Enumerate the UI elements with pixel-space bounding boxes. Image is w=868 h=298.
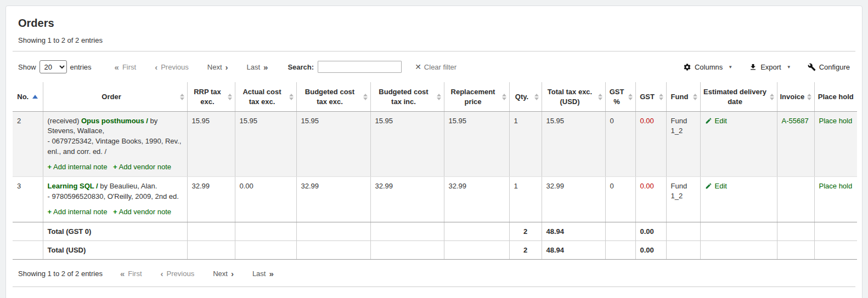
sort-icon — [770, 94, 774, 100]
cell-no: 3 — [13, 177, 43, 222]
add-internal-note-link[interactable]: +Add internal note — [48, 163, 108, 171]
add-internal-note-link[interactable]: +Add internal note — [48, 208, 108, 216]
cell-order: (received) Opus posthumous / by Stevens,… — [43, 112, 187, 177]
next-page-label: Next — [207, 63, 222, 71]
cell-place-hold: Place hold — [814, 177, 857, 222]
col-header-order[interactable]: Order — [43, 82, 187, 112]
page-title: Orders — [18, 17, 855, 30]
cell-place-hold: Place hold — [814, 112, 857, 177]
table-footer: Showing 1 to 2 of 2 entries « First ‹ Pr… — [13, 260, 855, 286]
total-gst-row: Total (GST 0) 2 48.94 0.00 — [13, 222, 857, 240]
plus-icon: + — [113, 208, 117, 216]
cell-gst-pct: 0 — [605, 112, 635, 177]
last-page-button[interactable]: Last » — [252, 270, 274, 278]
first-page-label: First — [122, 63, 136, 71]
order-details: - 9780596520830, O'Reilly, 2009, 2nd ed. — [48, 192, 183, 202]
previous-page-icon: ‹ — [155, 63, 157, 71]
add-vendor-note-link[interactable]: +Add vendor note — [113, 208, 171, 216]
configure-button[interactable]: Configure — [808, 63, 850, 71]
edit-delivery-date-link[interactable]: Edit — [705, 116, 773, 126]
cell-gst: 0.00 — [635, 177, 666, 222]
cell-actual-cost-tax-exc: 15.95 — [235, 112, 296, 177]
order-description: (received) Opus posthumous / by Stevens,… — [48, 116, 183, 136]
col-header-budgeted-cost-tax-inc[interactable]: Budgeted cost tax inc. — [370, 82, 444, 112]
sort-icon — [628, 94, 633, 100]
configure-label: Configure — [819, 63, 850, 71]
previous-page-button[interactable]: ‹ Previous — [155, 63, 189, 71]
first-page-button[interactable]: « First — [115, 63, 137, 71]
entries-select[interactable]: 20 — [40, 60, 67, 73]
clear-filter-icon: ✕ — [415, 63, 421, 71]
plus-icon: + — [48, 163, 52, 171]
search-input[interactable] — [318, 61, 402, 73]
col-header-estimated-delivery-date[interactable]: Estimated delivery date — [700, 82, 777, 112]
clear-filter-label: Clear filter — [424, 63, 456, 71]
col-header-invoice[interactable]: Invoice — [777, 82, 814, 112]
search-control: Search: — [288, 61, 402, 73]
next-page-button[interactable]: Next › — [207, 63, 228, 71]
total-tax-exc-usd: 48.94 — [542, 240, 605, 259]
sort-icon — [534, 94, 539, 100]
cell-budgeted-cost-tax-inc: 32.99 — [370, 177, 444, 222]
col-header-qty[interactable]: Qty. — [509, 82, 542, 112]
sort-icon — [502, 94, 506, 100]
col-header-gst-pct[interactable]: GST % — [605, 82, 635, 112]
plus-icon: + — [48, 208, 52, 216]
col-header-place-hold: Place hold — [814, 82, 857, 112]
total-qty: 2 — [509, 222, 542, 240]
order-row-2: 2 (received) Opus posthumous / by Steven… — [13, 112, 857, 177]
add-vendor-note-link[interactable]: +Add vendor note — [113, 163, 171, 171]
cell-invoice — [777, 177, 814, 222]
clear-filter-button[interactable]: ✕ Clear filter — [415, 63, 456, 71]
total-usd-row: Total (USD) 2 48.94 0.00 — [13, 240, 857, 259]
cell-fund: Fund 1_2 — [666, 177, 700, 222]
total-qty: 2 — [509, 240, 542, 259]
first-page-button[interactable]: « First — [120, 270, 142, 278]
table-toolbar: Columns ▼ Export ▼ Configure — [683, 63, 850, 71]
col-header-total-tax-exc-usd[interactable]: Total tax exc. (USD) — [542, 82, 605, 112]
first-page-icon: « — [120, 270, 125, 278]
header-row: No. Order RRP tax exc. Actual cost tax e… — [13, 82, 857, 112]
cell-gst: 0.00 — [635, 112, 666, 177]
invoice-link[interactable]: A-55687 — [782, 117, 809, 125]
cell-qty: 1 — [509, 177, 542, 222]
previous-page-button[interactable]: ‹ Previous — [161, 270, 195, 278]
col-header-replacement-price[interactable]: Replacement price — [444, 82, 509, 112]
table-controls: Show 20 entries « First ‹ Previous Next … — [13, 51, 855, 82]
place-hold-link[interactable]: Place hold — [819, 182, 853, 190]
col-header-no[interactable]: No. — [13, 82, 43, 112]
cell-replacement-price: 15.95 — [444, 112, 509, 177]
cell-budgeted-cost-tax-inc: 15.95 — [370, 112, 444, 177]
download-icon — [749, 63, 757, 71]
last-page-icon: » — [269, 270, 273, 278]
col-header-gst[interactable]: GST — [635, 82, 666, 112]
order-title-link[interactable]: Learning SQL / — [48, 182, 98, 190]
col-header-budgeted-cost-tax-exc[interactable]: Budgeted cost tax exc. — [296, 82, 370, 112]
cell-order: Learning SQL / by Beaulieu, Alan. - 9780… — [43, 177, 187, 222]
col-header-fund[interactable]: Fund — [666, 82, 700, 112]
col-header-rrp-tax-exc[interactable]: RRP tax exc. — [187, 82, 235, 112]
columns-button[interactable]: Columns ▼ — [683, 63, 732, 71]
chevron-down-icon: ▼ — [787, 65, 791, 70]
wrench-icon — [808, 63, 816, 71]
pencil-icon — [705, 117, 712, 124]
sort-ascending-icon — [32, 95, 38, 99]
next-page-button[interactable]: Next › — [213, 270, 234, 278]
cell-rrp-tax-exc: 15.95 — [187, 112, 235, 177]
place-hold-link[interactable]: Place hold — [819, 117, 853, 125]
showing-entries-bottom: Showing 1 to 2 of 2 entries — [18, 270, 103, 278]
export-button[interactable]: Export ▼ — [749, 63, 791, 71]
edit-delivery-date-link[interactable]: Edit — [705, 181, 773, 191]
next-page-icon: › — [226, 63, 228, 71]
last-page-label: Last — [247, 63, 261, 71]
sort-icon — [693, 94, 697, 100]
cell-estimated-delivery-date: Edit — [700, 177, 777, 222]
orders-table: No. Order RRP tax exc. Actual cost tax e… — [13, 82, 857, 260]
last-page-button[interactable]: Last » — [247, 63, 268, 71]
cell-rrp-tax-exc: 32.99 — [187, 177, 235, 222]
order-title-link[interactable]: Opus posthumous / — [81, 117, 148, 125]
plus-icon: + — [113, 163, 117, 171]
col-header-actual-cost-tax-exc[interactable]: Actual cost tax exc. — [235, 82, 296, 112]
columns-label: Columns — [695, 63, 723, 71]
pagination-bottom: « First ‹ Previous Next › Last » — [120, 270, 274, 278]
